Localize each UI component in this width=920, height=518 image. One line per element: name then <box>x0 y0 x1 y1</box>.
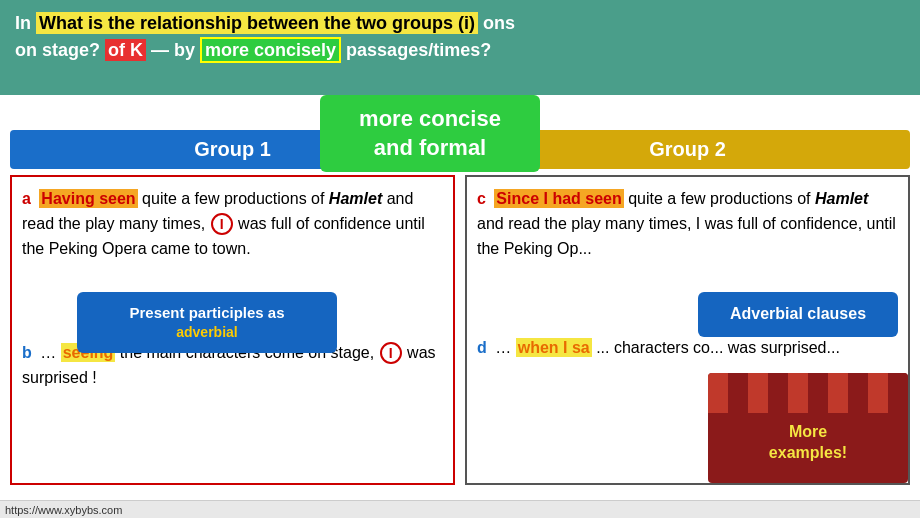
concise-bubble: more concise and formal <box>320 95 540 172</box>
tooltip-main: Present participles as <box>93 302 321 323</box>
url-text: https://www.xybybs.com <box>5 504 122 516</box>
sentence-b-start: … <box>40 344 60 361</box>
header-cont: ons <box>478 13 515 33</box>
groups-container: Group 1 a Having seen quite a few produc… <box>10 130 910 485</box>
header-highlight-green: more concisely <box>200 37 341 63</box>
header-highlight-red: of K <box>105 39 146 61</box>
sentence-d-cont: ... <box>596 339 614 356</box>
concise-text: more concise and formal <box>359 106 501 160</box>
tooltip-adverbial: Adverbial clauses <box>698 292 898 337</box>
header-line2: on stage? <box>15 40 105 60</box>
header-end: passages/times? <box>341 40 491 60</box>
more-examples-text: Moreexamples! <box>769 422 847 464</box>
sentence-a: a Having seen quite a few productions of… <box>22 187 443 261</box>
label-a: a <box>22 190 31 207</box>
group2-content: c Since I had seen quite a few productio… <box>465 175 910 485</box>
label-b: b <box>22 344 32 361</box>
sentence-d-co: co... was surprised... <box>693 339 840 356</box>
more-examples-popup[interactable]: Moreexamples! <box>708 373 908 483</box>
group1-content: a Having seen quite a few productions of… <box>10 175 455 485</box>
curtain-decoration <box>708 373 908 413</box>
label-c: c <box>477 190 486 207</box>
label-d: d <box>477 339 487 356</box>
sentence-d: d … when I sa ... characters co... was s… <box>477 336 898 361</box>
characters-label: characters <box>614 339 689 356</box>
tooltip-adverbial-text: Adverbial clauses <box>730 305 866 322</box>
when-highlight: when I sa <box>516 338 592 357</box>
header-by: — by <box>146 40 200 60</box>
group2-column: Group 2 c Since I had seen quite a few p… <box>465 130 910 485</box>
having-seen-highlight: Having seen <box>39 189 137 208</box>
sentence-c: c Since I had seen quite a few productio… <box>477 187 898 261</box>
header-highlight-yellow: What is the relationship between the two… <box>36 12 478 34</box>
tooltip-participles: Present participles as adverbial <box>77 292 337 353</box>
header-area: In What is the relationship between the … <box>0 0 920 95</box>
header-text: In What is the relationship between the … <box>15 10 905 64</box>
header-line1: In <box>15 13 36 33</box>
group1-column: Group 1 a Having seen quite a few produc… <box>10 130 455 485</box>
tooltip-sub: adverbial <box>93 323 321 343</box>
since-highlight: Since I had seen <box>494 189 623 208</box>
url-bar: https://www.xybybs.com <box>0 500 920 518</box>
sentence-d-start: … <box>495 339 515 356</box>
circle-i-a: I <box>211 213 233 235</box>
circle-i-b: I <box>380 342 402 364</box>
